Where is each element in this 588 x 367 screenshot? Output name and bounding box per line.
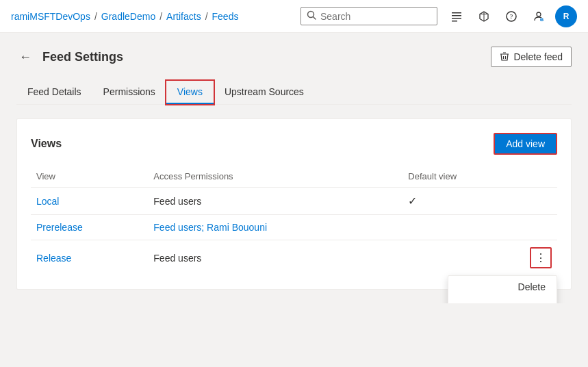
context-menu-item-edit[interactable]: Edit (448, 298, 557, 303)
col-header-view: View (31, 166, 148, 188)
tab-permissions[interactable]: Permissions (92, 81, 166, 104)
action-col-release: ⋮ Delete Edit Set as default view (524, 240, 557, 276)
add-view-button[interactable]: Add view (494, 133, 557, 155)
view-name-release: Release (31, 240, 148, 276)
col-header-access: Access Permissions (148, 166, 402, 188)
views-table: View Access Permissions Default view Loc… (31, 166, 557, 275)
default-check-local: ✓ (408, 195, 417, 207)
svg-rect-2 (452, 12, 461, 14)
card-title: Views (31, 138, 62, 150)
svg-line-1 (314, 17, 316, 20)
view-name-link-prerelease[interactable]: Prerelease (36, 222, 83, 233)
search-icon (307, 10, 316, 22)
nav-icons: ? ⚙ R (446, 5, 577, 27)
default-release (402, 240, 524, 276)
view-name-prerelease: Prerelease (31, 215, 148, 240)
more-options-button-release[interactable]: ⋮ (530, 247, 552, 268)
page-content: ← Feed Settings Delete feed Feed Details… (0, 33, 588, 303)
view-name-link-release[interactable]: Release (36, 253, 71, 264)
search-input[interactable] (320, 11, 431, 22)
svg-rect-4 (452, 18, 461, 19)
view-name-link-local[interactable]: Local (36, 196, 59, 207)
breadcrumb-item-1[interactable]: GradleDemo (101, 11, 155, 22)
svg-point-10 (537, 12, 541, 16)
card-header: Views Add view (31, 133, 557, 155)
tab-views[interactable]: Views (166, 81, 214, 104)
breadcrumb: ramiMSFTDevOps / GradleDemo / Artifacts … (11, 11, 301, 22)
access-release: Feed users (148, 240, 402, 276)
list-view-icon-btn[interactable] (446, 5, 468, 27)
table-row: Release Feed users ⋮ Delete Edit Set as … (31, 240, 557, 276)
table-body: Local Feed users ✓ Prerelease (31, 188, 557, 276)
view-name-local: Local (31, 188, 148, 215)
col-header-default: Default view (402, 166, 524, 188)
action-col-local (524, 188, 557, 215)
delete-feed-label: Delete feed (513, 51, 563, 62)
delete-feed-button[interactable]: Delete feed (491, 47, 572, 67)
breadcrumb-sep-2: / (205, 11, 208, 22)
back-button[interactable]: ← (16, 47, 34, 67)
trash-icon (500, 52, 509, 62)
svg-rect-3 (452, 15, 461, 16)
search-box (301, 7, 437, 25)
tab-upstream-sources[interactable]: Upstream Sources (214, 81, 315, 104)
breadcrumb-sep-0: / (94, 11, 97, 22)
access-link-prerelease[interactable]: Feed users; Rami Bououni (153, 222, 267, 233)
page-header: ← Feed Settings Delete feed (16, 47, 572, 67)
table-row: Local Feed users ✓ (31, 188, 557, 215)
svg-rect-5 (452, 21, 457, 22)
svg-text:?: ? (510, 13, 513, 21)
views-card: Views Add view View Access Permissions D… (16, 118, 572, 290)
breadcrumb-item-3[interactable]: Feeds (212, 11, 239, 22)
table-header: View Access Permissions Default view (31, 166, 557, 188)
col-header-actions (524, 166, 557, 188)
avatar[interactable]: R (555, 5, 577, 27)
breadcrumb-item-0[interactable]: ramiMSFTDevOps (11, 11, 90, 22)
svg-text:⚙: ⚙ (540, 17, 544, 21)
page-title: Feed Settings (42, 50, 123, 64)
top-nav: ramiMSFTDevOps / GradleDemo / Artifacts … (0, 0, 588, 33)
breadcrumb-item-2[interactable]: Artifacts (166, 11, 201, 22)
default-local: ✓ (402, 188, 524, 215)
context-menu-item-delete[interactable]: Delete (448, 276, 557, 298)
action-col-prerelease (524, 215, 557, 240)
breadcrumb-sep-1: / (159, 11, 162, 22)
access-local: Feed users (148, 188, 402, 215)
table-row: Prerelease Feed users; Rami Bououni (31, 215, 557, 240)
help-icon-btn[interactable]: ? (500, 5, 522, 27)
page-header-left: ← Feed Settings (16, 47, 123, 67)
tabs: Feed Details Permissions Views Upstream … (16, 81, 572, 105)
tab-feed-details[interactable]: Feed Details (16, 81, 92, 104)
context-menu: Delete Edit Set as default view (448, 275, 557, 303)
default-prerelease (402, 215, 524, 240)
access-prerelease: Feed users; Rami Bououni (148, 215, 402, 240)
package-icon-btn[interactable] (473, 5, 495, 27)
user-settings-icon-btn[interactable]: ⚙ (528, 5, 550, 27)
